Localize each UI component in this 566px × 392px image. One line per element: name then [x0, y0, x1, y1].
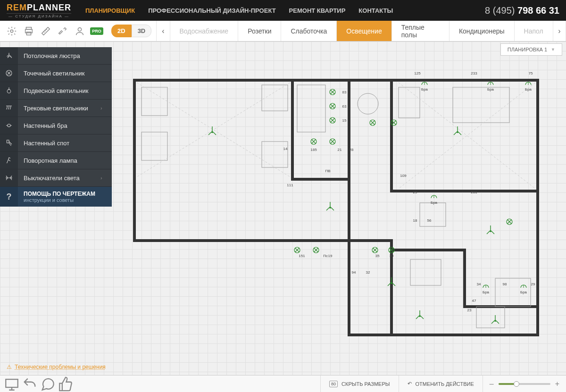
svg-text:29: 29 — [413, 190, 417, 194]
svg-text:83: 83 — [342, 90, 347, 94]
user-icon[interactable] — [72, 23, 88, 39]
undo-icon[interactable] — [22, 376, 38, 392]
svg-text:ПВ: ПВ — [325, 169, 330, 173]
warning-icon: ⚠ — [7, 364, 12, 370]
svg-text:47: 47 — [472, 299, 476, 303]
svg-rect-21 — [399, 87, 420, 118]
sidebar-item-spotlight[interactable]: Точечный светильник — [0, 65, 112, 82]
sidebar-item-track[interactable]: Трековые светильники › — [0, 100, 112, 117]
chat-icon[interactable] — [40, 376, 56, 392]
svg-rect-23 — [420, 203, 446, 226]
track-light-icon — [0, 100, 18, 117]
zoom-slider[interactable]: – + — [483, 375, 566, 392]
sidebar-help[interactable]: ? ПОМОЩЬ ПО ЧЕРТЕЖАМ инструкции и советы — [0, 187, 112, 207]
settings-icon[interactable] — [4, 23, 20, 39]
svg-text:94: 94 — [352, 270, 356, 275]
zoom-thumb[interactable] — [514, 381, 519, 387]
svg-point-4 — [78, 27, 81, 31]
nav-design[interactable]: ПРОФЕССИОНАЛЬНЫЙ ДИЗАЙН-ПРОЕКТ — [148, 7, 275, 14]
svg-text:19: 19 — [328, 254, 333, 258]
tab-heating[interactable]: Теплые полы — [391, 21, 449, 41]
pro-badge[interactable]: PRO — [89, 23, 105, 39]
tab-lighting[interactable]: Освещение — [336, 21, 391, 41]
sidebar-item-chandelier[interactable]: Потолочная люстра — [0, 47, 112, 65]
main-nav: ПЛАНИРОВЩИК ПРОФЕССИОНАЛЬНЫЙ ДИЗАЙН-ПРОЕ… — [85, 7, 393, 14]
logo[interactable]: REMPLANNER — СТУДИЯ ДИЗАЙНА — — [7, 3, 71, 18]
svg-text:Бра: Бра — [421, 87, 428, 92]
svg-text:185: 185 — [310, 148, 317, 152]
view-3d-button[interactable]: 3D — [132, 25, 152, 37]
undo-action-button[interactable]: ↶ ОТМЕНИТЬ ДЕЙСТВИЕ — [399, 375, 483, 392]
chandelier-icon — [0, 47, 18, 64]
svg-text:111: 111 — [287, 183, 293, 187]
svg-text:Бра: Бра — [483, 290, 490, 294]
svg-rect-19 — [297, 85, 325, 132]
tabs-prev-button[interactable]: ‹ — [156, 21, 169, 41]
spotlight-icon — [0, 65, 18, 82]
tools-sidebar: Потолочная люстра Точечный светильник По… — [0, 47, 112, 207]
sconce-icon — [0, 117, 18, 134]
floorplan[interactable]: 125 233 75 Бра Бра Бра Бра Бра Бра 83 63… — [127, 71, 552, 344]
tabs-next-button[interactable]: › — [553, 21, 566, 41]
svg-text:63: 63 — [342, 104, 347, 108]
nav-repair[interactable]: РЕМОНТ КВАРТИР — [289, 7, 346, 14]
zoom-out-button[interactable]: – — [490, 380, 494, 388]
tab-sockets[interactable]: Розетки — [238, 21, 281, 41]
svg-rect-15 — [142, 87, 167, 116]
like-icon[interactable] — [58, 376, 74, 392]
svg-text:39: 39 — [390, 254, 394, 258]
svg-rect-9 — [7, 140, 9, 143]
svg-text:15: 15 — [342, 118, 347, 123]
zoom-track[interactable] — [499, 383, 550, 385]
tab-ac[interactable]: Кондиционеры — [449, 21, 514, 41]
sidebar-item-pendant[interactable]: Подвесной светильник — [0, 82, 112, 100]
footer-bar: 80 СКРЫТЬ РАЗМЕРЫ ↶ ОТМЕНИТЬ ДЕЙСТВИЕ – … — [0, 375, 566, 392]
svg-text:233: 233 — [471, 71, 477, 75]
svg-text:28: 28 — [350, 148, 354, 152]
view-2d-button[interactable]: 2D — [111, 25, 132, 37]
svg-point-0 — [10, 30, 13, 33]
svg-text:281: 281 — [471, 190, 477, 194]
sidebar-item-wallspot[interactable]: Настенный спот — [0, 134, 112, 152]
svg-text:Бра: Бра — [431, 200, 438, 205]
phone-number: 8 (495) 798 66 31 — [485, 5, 559, 16]
svg-text:Пс: Пс — [323, 254, 328, 258]
screen-icon[interactable] — [4, 376, 20, 392]
svg-rect-3 — [26, 32, 31, 34]
hide-sizes-button[interactable]: 80 СКРЫТЬ РАЗМЕРЫ — [320, 375, 398, 392]
logo-subtitle: — СТУДИЯ ДИЗАЙНА — — [7, 13, 71, 18]
sidebar-item-swivel[interactable]: Поворотная лампа — [0, 152, 112, 169]
svg-text:109: 109 — [400, 174, 407, 178]
measure-icon[interactable] — [38, 23, 54, 39]
toolbar: PRO 2D 3D ‹ Водоснабжение Розетки Слабот… — [0, 21, 566, 42]
sidebar-item-sconce[interactable]: Настенный бра — [0, 117, 112, 134]
svg-point-7 — [7, 90, 11, 93]
tab-floor[interactable]: Напол — [514, 21, 553, 41]
chevron-right-icon: › — [100, 175, 112, 181]
chevron-right-icon: › — [100, 105, 112, 111]
tab-lowcurrent[interactable]: Слаботочка — [281, 21, 336, 41]
tab-water[interactable]: Водоснабжение — [170, 21, 238, 41]
chevron-down-icon: ▼ — [551, 47, 555, 52]
sidebar-item-switches[interactable]: Выключатели света › — [0, 169, 112, 187]
svg-text:75: 75 — [529, 71, 533, 75]
view-toggle: 2D 3D — [111, 21, 151, 41]
svg-point-8 — [8, 124, 10, 127]
svg-text:29: 29 — [531, 282, 535, 286]
svg-text:18: 18 — [413, 218, 417, 223]
tools-icon[interactable] — [55, 23, 71, 39]
svg-text:56: 56 — [427, 218, 432, 223]
svg-text:32: 32 — [366, 270, 370, 275]
svg-rect-16 — [142, 132, 167, 160]
nav-planner[interactable]: ПЛАНИРОВЩИК — [85, 7, 135, 14]
svg-text:34: 34 — [477, 282, 481, 286]
zoom-in-button[interactable]: + — [555, 380, 559, 388]
layout-dropdown[interactable]: ПЛАНИРОВКА 1 ▼ — [500, 43, 562, 56]
svg-text:14: 14 — [283, 147, 288, 151]
tech-problems-link[interactable]: ⚠ Технические проблемы и решения — [7, 364, 106, 370]
nav-contacts[interactable]: КОНТАКТЫ — [358, 7, 393, 14]
switch-icon — [0, 169, 18, 186]
svg-rect-17 — [262, 85, 288, 111]
print-icon[interactable] — [21, 23, 37, 39]
wall-spot-icon — [0, 134, 18, 151]
